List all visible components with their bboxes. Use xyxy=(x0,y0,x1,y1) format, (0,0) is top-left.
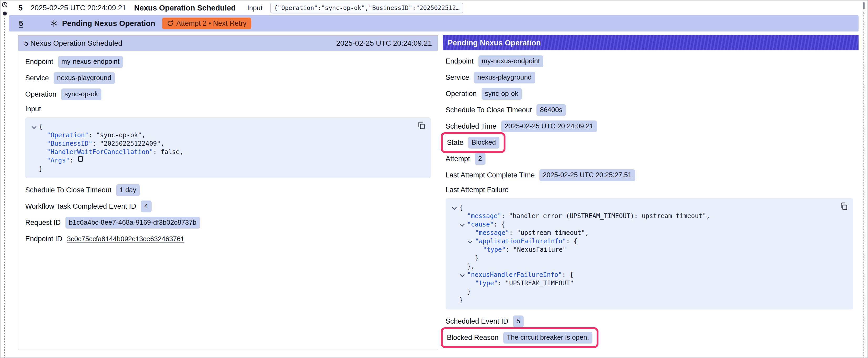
event-row-pending-nexus-operation[interactable]: 5 Pending Nexus Operation Attempt 2 • Ne… xyxy=(9,15,859,32)
field-row: Schedule To Close Timeout 1 day xyxy=(25,185,431,196)
field-value-badge: b1c6a4bc-8ee7-468a-9169-df3b02c8737b xyxy=(65,217,200,229)
field-value-badge: my-nexus-endpoint xyxy=(58,56,123,68)
copy-icon xyxy=(839,202,848,211)
field-label: Schedule To Close Timeout xyxy=(25,186,112,194)
code-line: }, xyxy=(451,262,835,270)
scrollbar-thumb[interactable] xyxy=(863,2,865,9)
field-label: Service xyxy=(445,73,469,82)
copy-button[interactable] xyxy=(417,121,426,130)
code-line: "cause": { xyxy=(451,220,835,229)
refresh-icon xyxy=(167,20,174,27)
chevron-down-icon[interactable] xyxy=(459,270,467,279)
copy-icon xyxy=(417,121,426,130)
field-row: Workflow Task Completed Event ID 4 xyxy=(25,201,431,212)
chevron-down-icon[interactable] xyxy=(31,123,39,131)
code-line: "nexusHandlerFailureInfo": { xyxy=(451,270,835,279)
code-line: { xyxy=(451,203,835,212)
code-line: "Args": xyxy=(31,156,412,165)
field-row: Endpoint my-nexus-endpoint xyxy=(25,56,431,67)
event-row-nexus-operation-scheduled[interactable]: 5 2025-02-25 UTC 20:24:09.21 Nexus Opera… xyxy=(9,1,860,15)
code-line: "message": "handler error (UPSTREAM_TIME… xyxy=(451,212,835,220)
copy-button[interactable] xyxy=(839,202,848,211)
code-line: } xyxy=(31,165,412,173)
timeline-dashed-line xyxy=(4,18,5,357)
input-section-label: Input xyxy=(25,105,431,113)
code-line: } xyxy=(451,254,835,262)
field-row-blocked-reason: Blocked Reason The circuit breaker is op… xyxy=(445,332,853,343)
field-row: Endpoint my-nexus-endpoint xyxy=(445,56,853,67)
chevron-down-icon[interactable] xyxy=(459,220,467,229)
code-line: "type": "NexusFailure" xyxy=(451,246,835,254)
event-detail-header: 5 Nexus Operation Scheduled 2025-02-25 U… xyxy=(19,36,438,51)
chevron-down-icon[interactable] xyxy=(467,237,475,246)
timeline-marker-dot xyxy=(3,11,7,15)
pending-operation-header: Pending Nexus Operation xyxy=(443,35,859,51)
pending-operation-card: Pending Nexus Operation Endpoint my-nexu… xyxy=(443,35,859,348)
page: 5 2025-02-25 UTC 20:24:09.21 Nexus Opera… xyxy=(0,0,868,358)
main-content: 5 2025-02-25 UTC 20:24:09.21 Nexus Opera… xyxy=(9,1,860,357)
chevron-down-icon[interactable] xyxy=(451,203,459,212)
field-value-badge: 4 xyxy=(141,200,151,212)
code-line: "BusinessID": "20250225122409", xyxy=(31,139,412,148)
field-value-badge: 86400s xyxy=(536,104,566,116)
field-row: Scheduled Time 2025-02-25 UTC 20:24:09.2… xyxy=(445,121,853,132)
field-row: Endpoint ID 3c0c75ccfa8144b092c13ce63246… xyxy=(25,233,431,245)
field-value-badge: 2025-02-25 UTC 20:24:09.21 xyxy=(501,121,597,132)
field-value-badge: 5 xyxy=(513,316,524,327)
field-label: Operation xyxy=(25,90,57,98)
field-label: Request ID xyxy=(25,219,61,227)
event-time: 2025-02-25 UTC 20:24:09.21 xyxy=(30,4,126,12)
event-detail-title: 5 Nexus Operation Scheduled xyxy=(24,39,122,47)
event-detail-time: 2025-02-25 UTC 20:24:09.21 xyxy=(336,39,432,47)
field-label: Workflow Task Completed Event ID xyxy=(25,202,136,210)
field-row: Operation sync-op-ok xyxy=(25,89,431,100)
field-row: Operation sync-op-ok xyxy=(445,88,853,99)
detail-panels: 5 Nexus Operation Scheduled 2025-02-25 U… xyxy=(9,32,860,357)
code-line: "message": "upstream timeout", xyxy=(451,229,835,237)
input-label: Input xyxy=(247,4,262,12)
code-line: } xyxy=(451,296,835,304)
input-json-viewer: { "Operation": "sync-op-ok", "BusinessID… xyxy=(25,117,431,178)
right-dashed-line xyxy=(864,12,864,357)
event-title: Nexus Operation Scheduled xyxy=(134,4,236,12)
event-id-link[interactable]: 5 xyxy=(19,19,23,28)
field-label: Service xyxy=(25,74,49,82)
field-value-badge: nexus-playground xyxy=(54,72,115,84)
code-line: } xyxy=(451,287,835,296)
field-value-badge: 2025-02-25 UTC 20:25:27.51 xyxy=(539,169,635,181)
field-value-badge: sync-op-ok xyxy=(61,89,101,100)
field-row: Scheduled Event ID 5 xyxy=(445,316,853,327)
endpoint-id-link[interactable]: 3c0c75ccfa8144b092c13ce632463761 xyxy=(67,235,184,243)
field-label: Attempt xyxy=(445,155,470,163)
input-preview-pill[interactable]: {"Operation":"sync-op-ok","BusinessID":"… xyxy=(270,3,463,13)
asterisk-icon xyxy=(50,20,58,27)
code-line: "applicationFailureInfo": { xyxy=(451,237,835,246)
field-row: Request ID b1c6a4bc-8ee7-468a-9169-df3b0… xyxy=(25,217,431,228)
pending-operation-title: Pending Nexus Operation xyxy=(448,39,541,47)
field-value-badge: nexus-playground xyxy=(474,72,535,84)
field-label: Scheduled Event ID xyxy=(445,317,508,325)
field-value-badge: my-nexus-endpoint xyxy=(478,55,543,67)
event-id-link[interactable]: 5 xyxy=(19,4,23,12)
history-icon xyxy=(2,2,8,8)
field-value-badge: 1 day xyxy=(116,184,140,196)
state-annotation-highlight: State Blocked xyxy=(441,132,505,153)
field-label: Blocked Reason xyxy=(447,334,499,342)
field-value-badge: sync-op-ok xyxy=(482,88,522,100)
field-label: Last Attempt Complete Time xyxy=(445,171,535,179)
state-badge: Blocked xyxy=(468,137,499,149)
field-value-badge: 2 xyxy=(475,153,485,165)
code-line: "Operation": "sync-op-ok", xyxy=(31,131,412,139)
field-label: Schedule To Close Timeout xyxy=(445,106,532,114)
field-row-state: State Blocked xyxy=(445,137,853,148)
failure-section-label: Last Attempt Failure xyxy=(445,186,853,194)
field-label: Endpoint ID xyxy=(25,235,62,243)
timeline-rail xyxy=(1,1,9,357)
field-label: State xyxy=(447,138,463,147)
field-row: Schedule To Close Timeout 86400s xyxy=(445,104,853,116)
empty-array-icon xyxy=(78,156,83,162)
retry-badge: Attempt 2 • Next Retry xyxy=(162,18,251,29)
field-label: Operation xyxy=(445,90,477,98)
event-detail-card: 5 Nexus Operation Scheduled 2025-02-25 U… xyxy=(18,35,438,350)
code-line: "type": "UPSTREAM_TIMEOUT" xyxy=(451,279,835,287)
